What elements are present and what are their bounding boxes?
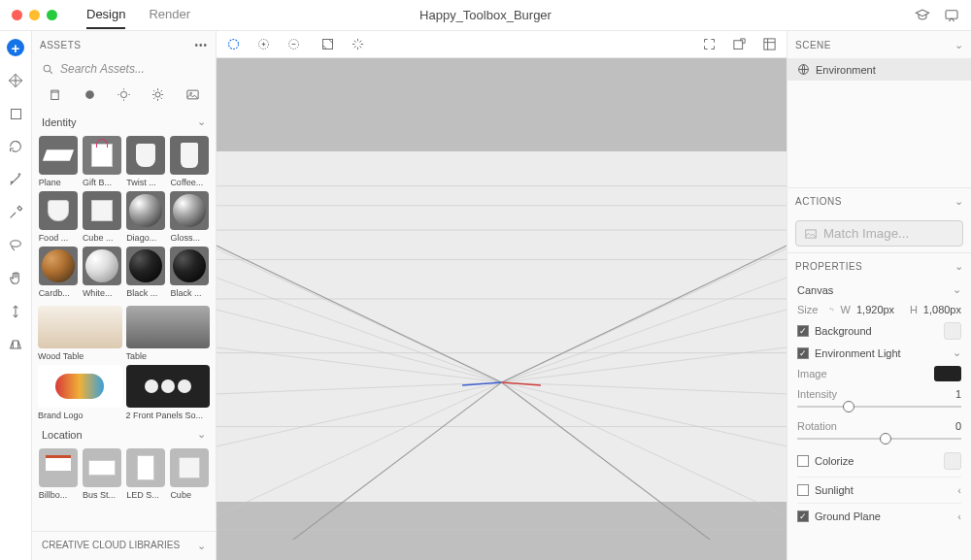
svg-point-3 bbox=[44, 65, 50, 72]
asset-thumb[interactable]: Billbo... bbox=[38, 448, 78, 500]
chevron-down-icon[interactable]: ⌄ bbox=[954, 195, 964, 208]
asset-thumb[interactable]: Food ... bbox=[38, 191, 78, 243]
move-tool-icon[interactable] bbox=[7, 72, 24, 89]
canvas-3d[interactable] bbox=[217, 58, 787, 560]
scene-item-label: Environment bbox=[816, 64, 876, 76]
learn-icon[interactable] bbox=[915, 8, 930, 23]
link-icon[interactable] bbox=[829, 303, 834, 315]
intensity-slider[interactable] bbox=[797, 400, 961, 413]
lights-filter-icon[interactable] bbox=[117, 87, 131, 102]
canvas-label: Canvas bbox=[797, 284, 833, 296]
asset-thumb[interactable]: Black ... bbox=[126, 247, 166, 298]
location-section-label[interactable]: Location bbox=[42, 429, 83, 441]
chevron-down-icon[interactable]: ⌄ bbox=[197, 115, 206, 128]
asset-thumb[interactable]: Gloss... bbox=[170, 191, 210, 243]
asset-thumb[interactable]: Coffee... bbox=[170, 136, 210, 187]
asset-thumb[interactable]: Diago... bbox=[126, 191, 166, 243]
render-settings-icon[interactable] bbox=[762, 37, 777, 51]
properties-header: PROPERTIES bbox=[795, 261, 862, 272]
rotate-tool-icon[interactable] bbox=[7, 138, 24, 155]
chevron-down-icon[interactable]: ⌄ bbox=[954, 260, 964, 273]
intensity-value[interactable]: 1 bbox=[955, 388, 961, 400]
chevron-down-icon[interactable]: ⌄ bbox=[953, 283, 961, 296]
background-checkbox[interactable]: ✓ bbox=[797, 325, 809, 337]
snap-icon[interactable] bbox=[320, 37, 335, 51]
perspective-tool-icon[interactable] bbox=[7, 336, 24, 353]
search-assets[interactable]: Search Assets... bbox=[32, 58, 216, 80]
images-filter-icon[interactable] bbox=[185, 87, 200, 102]
svg-line-23 bbox=[501, 156, 786, 382]
wand-tool-icon[interactable] bbox=[7, 171, 24, 188]
feedback-icon[interactable] bbox=[944, 8, 959, 23]
width-value[interactable]: 1,920px bbox=[856, 304, 894, 315]
effects-icon[interactable] bbox=[351, 37, 365, 51]
rect-tool-icon[interactable] bbox=[7, 105, 24, 122]
chevron-left-icon[interactable]: ‹ bbox=[957, 511, 961, 522]
export-icon[interactable] bbox=[732, 37, 747, 51]
tab-render[interactable]: Render bbox=[149, 1, 190, 29]
asset-thumb-wide[interactable]: 2 Front Panels So... bbox=[126, 365, 211, 420]
eyedropper-tool-icon[interactable] bbox=[7, 204, 24, 221]
assets-panel: ASSETS ••• Search Assets... Identity ⌄ P… bbox=[32, 31, 217, 560]
svg-line-17 bbox=[217, 206, 501, 382]
sunlight-checkbox[interactable]: ✓ bbox=[797, 484, 809, 496]
materials-filter-icon[interactable] bbox=[83, 87, 97, 102]
svg-line-18 bbox=[217, 259, 501, 382]
asset-thumb-wide[interactable]: Brand Logo bbox=[38, 365, 122, 420]
asset-thumb[interactable]: Bus St... bbox=[82, 448, 121, 500]
models-filter-icon[interactable] bbox=[48, 87, 62, 102]
marquee-select-icon[interactable] bbox=[226, 37, 241, 51]
environments-filter-icon[interactable] bbox=[151, 87, 165, 102]
asset-thumb[interactable]: LED S... bbox=[126, 448, 166, 500]
add-selection-icon[interactable] bbox=[256, 37, 271, 51]
hand-tool-icon[interactable] bbox=[7, 270, 24, 287]
ground-plane-checkbox[interactable]: ✓ bbox=[797, 511, 809, 522]
colorize-checkbox[interactable]: ✓ bbox=[797, 455, 809, 467]
lasso-tool-icon[interactable] bbox=[7, 237, 24, 254]
height-value[interactable]: 1,080px bbox=[923, 304, 961, 315]
asset-thumb[interactable]: White... bbox=[82, 247, 121, 298]
svg-point-6 bbox=[120, 91, 126, 97]
svg-point-7 bbox=[155, 92, 160, 97]
image-label: Image bbox=[797, 368, 827, 379]
add-button[interactable]: + bbox=[7, 39, 24, 56]
background-swatch[interactable] bbox=[944, 322, 961, 340]
chevron-down-icon[interactable]: ⌄ bbox=[953, 346, 961, 359]
match-image-button[interactable]: Match Image... bbox=[795, 220, 963, 247]
svg-rect-4 bbox=[51, 92, 59, 100]
height-label: H bbox=[910, 304, 918, 315]
identity-section-label[interactable]: Identity bbox=[42, 116, 76, 128]
minimize-window-icon[interactable] bbox=[29, 10, 40, 20]
fullscreen-icon[interactable] bbox=[702, 37, 717, 51]
chevron-down-icon[interactable]: ⌄ bbox=[197, 428, 206, 441]
scene-item-environment[interactable]: Environment bbox=[787, 58, 971, 81]
svg-point-5 bbox=[85, 90, 94, 99]
subtract-selection-icon[interactable] bbox=[286, 37, 301, 51]
rotation-value[interactable]: 0 bbox=[955, 420, 961, 432]
tab-design[interactable]: Design bbox=[86, 1, 125, 29]
chevron-down-icon[interactable]: ⌄ bbox=[954, 39, 964, 51]
asset-thumb[interactable]: Twist ... bbox=[126, 136, 166, 187]
env-light-checkbox[interactable]: ✓ bbox=[797, 347, 809, 359]
asset-thumb[interactable]: Cardb... bbox=[38, 247, 78, 298]
asset-thumb-wide[interactable]: Wood Table bbox=[38, 306, 122, 361]
match-image-label: Match Image... bbox=[823, 226, 909, 241]
search-placeholder: Search Assets... bbox=[60, 62, 145, 76]
asset-thumb[interactable]: Black ... bbox=[170, 247, 210, 298]
svg-point-2 bbox=[11, 241, 21, 247]
close-window-icon[interactable] bbox=[12, 10, 22, 20]
dolly-tool-icon[interactable] bbox=[7, 303, 24, 320]
ground-plane-label: Ground Plane bbox=[815, 511, 881, 522]
cc-libraries-section[interactable]: CREATIVE CLOUD LIBRARIES⌄ bbox=[32, 531, 216, 560]
maximize-window-icon[interactable] bbox=[47, 10, 57, 20]
env-image-thumb[interactable] bbox=[934, 366, 961, 381]
rotation-slider[interactable] bbox=[797, 432, 961, 445]
asset-thumb-wide[interactable]: Table bbox=[126, 306, 211, 361]
assets-menu-icon[interactable]: ••• bbox=[194, 40, 208, 50]
asset-thumb[interactable]: Cube bbox=[170, 448, 210, 500]
asset-thumb[interactable]: Plane bbox=[38, 136, 78, 187]
colorize-swatch[interactable] bbox=[944, 452, 961, 470]
asset-thumb[interactable]: Cube ... bbox=[82, 191, 121, 243]
chevron-left-icon[interactable]: ‹ bbox=[957, 484, 961, 496]
asset-thumb[interactable]: Gift B... bbox=[82, 136, 121, 187]
